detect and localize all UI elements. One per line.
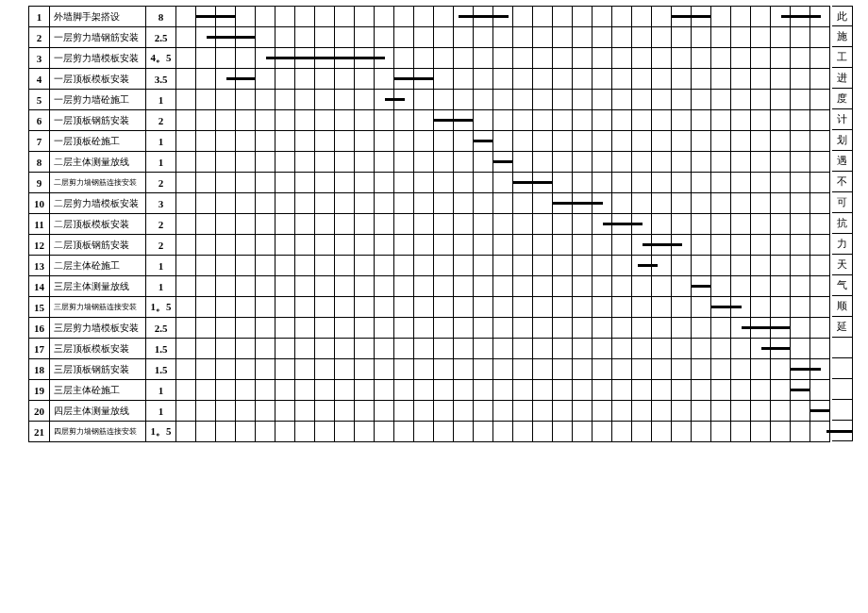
day-cell [375, 152, 394, 173]
day-cell [275, 173, 295, 193]
day-cell [295, 359, 315, 380]
day-cell [553, 48, 573, 69]
day-cell [810, 110, 830, 131]
table-row: 19三层主体砼施工1 [29, 380, 830, 401]
day-cell [394, 297, 414, 318]
day-cell [474, 276, 493, 297]
day-cell [612, 318, 632, 339]
day-cell [672, 173, 692, 193]
day-cell [275, 69, 295, 90]
day-cell [236, 27, 256, 48]
day-cell [553, 318, 573, 339]
day-cell [196, 339, 216, 359]
day-cell [810, 256, 830, 276]
day-cell [513, 256, 533, 276]
day-cell [771, 173, 791, 193]
day-cell [493, 7, 513, 27]
day-cell [612, 110, 632, 131]
day-cell [275, 131, 295, 152]
day-cell [553, 173, 573, 193]
day-cell [256, 131, 275, 152]
day-cell [771, 110, 791, 131]
table-row: 10二层剪力墙模板安装3 [29, 193, 830, 214]
day-cell [176, 48, 196, 69]
day-cell [335, 339, 355, 359]
day-cell [454, 318, 474, 339]
day-cell [196, 27, 216, 48]
day-cell [672, 131, 692, 152]
day-cell [315, 173, 335, 193]
day-cell [454, 152, 474, 173]
day-cell [632, 7, 652, 27]
day-cell [692, 380, 711, 401]
day-cell [573, 339, 593, 359]
day-cell [196, 90, 216, 110]
day-cell [810, 193, 830, 214]
day-cell [216, 339, 236, 359]
day-cell [493, 90, 513, 110]
day-cell [414, 401, 434, 422]
day-cell [315, 90, 335, 110]
day-cell [791, 131, 810, 152]
day-cell [612, 90, 632, 110]
day-cell [791, 193, 810, 214]
day-cell [335, 173, 355, 193]
day-cell [375, 276, 394, 297]
right-note-char [832, 379, 853, 400]
row-index: 20 [29, 401, 50, 422]
day-cell [533, 27, 553, 48]
day-cell [394, 235, 414, 256]
day-cell [810, 276, 830, 297]
day-cell [652, 422, 672, 442]
day-cell [355, 339, 375, 359]
day-cell [573, 297, 593, 318]
day-cell [394, 339, 414, 359]
day-cell [573, 7, 593, 27]
day-cell [216, 359, 236, 380]
day-cell [612, 359, 632, 380]
day-cell [672, 359, 692, 380]
day-cell [394, 7, 414, 27]
day-cell [553, 380, 573, 401]
day-cell [454, 297, 474, 318]
day-cell [672, 214, 692, 235]
day-cell [711, 318, 731, 339]
day-cell [216, 214, 236, 235]
day-cell [632, 318, 652, 339]
row-index: 12 [29, 235, 50, 256]
day-cell [672, 380, 692, 401]
day-cell [533, 131, 553, 152]
day-cell [454, 193, 474, 214]
day-cell [375, 359, 394, 380]
day-cell [612, 380, 632, 401]
day-cell [414, 152, 434, 173]
day-cell [711, 69, 731, 90]
table-row: 2一层剪力墙钢筋安装2.5 [29, 27, 830, 48]
day-cell [692, 235, 711, 256]
day-cell [236, 173, 256, 193]
day-cell [275, 359, 295, 380]
day-cell [176, 27, 196, 48]
day-cell [751, 401, 771, 422]
day-cell [692, 214, 711, 235]
task-name: 二层主体砼施工 [50, 256, 146, 276]
day-cell [493, 27, 513, 48]
task-name: 二层剪力墙钢筋连接安装 [50, 173, 146, 193]
day-cell [355, 256, 375, 276]
day-cell [711, 152, 731, 173]
row-index: 2 [29, 27, 50, 48]
day-cell [414, 276, 434, 297]
day-cell [652, 318, 672, 339]
day-cell [692, 401, 711, 422]
day-cell [275, 401, 295, 422]
task-duration: 1。5 [146, 422, 176, 442]
right-note-char: 顺 [832, 296, 853, 317]
day-cell [632, 152, 652, 173]
day-cell [394, 110, 414, 131]
day-cell [295, 27, 315, 48]
day-cell [315, 297, 335, 318]
day-cell [474, 318, 493, 339]
day-cell [810, 69, 830, 90]
day-cell [652, 235, 672, 256]
day-cell [632, 48, 652, 69]
